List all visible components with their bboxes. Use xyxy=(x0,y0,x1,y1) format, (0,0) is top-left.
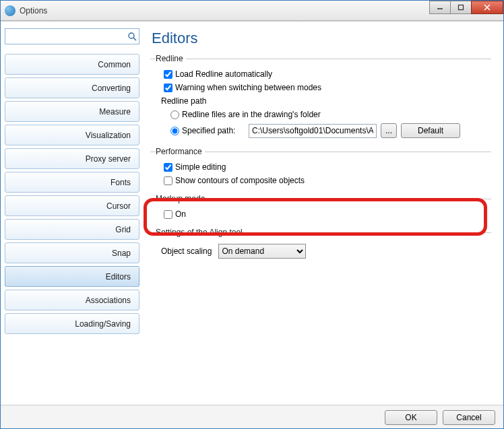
group-markup-mode-legend: Markup mode xyxy=(156,194,208,203)
redline-path-sublabel: Redline path xyxy=(156,94,491,108)
group-align-tool: Settings of the Align tool Object scalin… xyxy=(150,228,491,264)
sidebar-item-grid[interactable]: Grid xyxy=(5,219,139,240)
maximize-button[interactable] xyxy=(450,1,472,14)
sidebar-item-cursor[interactable]: Cursor xyxy=(5,195,139,216)
search-input[interactable] xyxy=(9,31,127,42)
app-icon xyxy=(5,5,15,16)
select-object-scaling[interactable]: On demand xyxy=(218,244,306,259)
sidebar-item-snap[interactable]: Snap xyxy=(5,242,139,263)
ok-button[interactable]: OK xyxy=(385,410,437,425)
content-pane: Editors Redline Load Redline automatical… xyxy=(144,22,503,405)
search-field[interactable] xyxy=(5,28,139,44)
default-button[interactable]: Default xyxy=(401,123,460,138)
group-markup-mode: Markup mode On xyxy=(150,194,491,224)
checkbox-markup-on-label: On xyxy=(175,209,186,219)
close-button[interactable] xyxy=(471,1,503,14)
radio-redline-specified-label: Specified path: xyxy=(182,126,235,135)
sidebar: CommonConvertingMeasureVisualizationProx… xyxy=(1,22,144,405)
checkbox-load-auto-label: Load Redline automatically xyxy=(175,69,272,79)
page-title: Editors xyxy=(152,30,491,47)
group-align-tool-legend: Settings of the Align tool xyxy=(156,228,245,237)
group-performance-legend: Performance xyxy=(156,147,205,156)
group-redline-legend: Redline xyxy=(156,54,186,63)
radio-redline-folder-label: Redline files are in the drawing's folde… xyxy=(182,110,321,119)
checkbox-warn-switch[interactable]: Warning when switching between modes xyxy=(164,83,321,92)
sidebar-item-common[interactable]: Common xyxy=(5,54,139,75)
sidebar-item-fonts[interactable]: Fonts xyxy=(5,172,139,193)
sidebar-item-proxy-server[interactable]: Proxy server xyxy=(5,148,139,169)
window-title: Options xyxy=(20,6,47,15)
checkbox-markup-on[interactable]: On xyxy=(164,209,186,219)
sidebar-item-associations[interactable]: Associations xyxy=(5,290,139,310)
sidebar-item-measure[interactable]: Measure xyxy=(5,101,139,122)
group-redline: Redline Load Redline automatically Warni… xyxy=(150,54,491,143)
checkbox-show-contours-label: Show contours of composite objects xyxy=(175,176,305,185)
window-controls xyxy=(430,1,503,14)
svg-rect-1 xyxy=(459,5,464,10)
title-bar: Options xyxy=(1,1,503,21)
checkbox-load-auto[interactable]: Load Redline automatically xyxy=(164,69,272,79)
browse-button[interactable]: ... xyxy=(381,123,397,138)
checkbox-simple-editing-label: Simple editing xyxy=(175,162,226,172)
search-icon xyxy=(127,32,137,41)
group-performance: Performance Simple editing Show contours… xyxy=(150,147,491,190)
input-redline-path[interactable] xyxy=(249,124,377,138)
sidebar-item-visualization[interactable]: Visualization xyxy=(5,125,139,145)
cancel-button[interactable]: Cancel xyxy=(443,410,495,425)
dialog-footer: OK Cancel xyxy=(1,405,503,429)
minimize-button[interactable] xyxy=(429,1,451,14)
radio-redline-folder[interactable]: Redline files are in the drawing's folde… xyxy=(170,110,321,119)
sidebar-item-loading-saving[interactable]: Loading/Saving xyxy=(5,313,139,334)
checkbox-show-contours[interactable]: Show contours of composite objects xyxy=(164,176,305,185)
radio-redline-specified[interactable]: Specified path: xyxy=(170,126,245,135)
svg-line-5 xyxy=(133,38,136,40)
svg-point-4 xyxy=(129,33,134,38)
label-object-scaling: Object scaling xyxy=(161,246,212,256)
sidebar-item-converting[interactable]: Converting xyxy=(5,77,139,98)
sidebar-item-editors[interactable]: Editors xyxy=(5,266,139,287)
checkbox-warn-switch-label: Warning when switching between modes xyxy=(175,83,321,92)
checkbox-simple-editing[interactable]: Simple editing xyxy=(164,162,226,172)
